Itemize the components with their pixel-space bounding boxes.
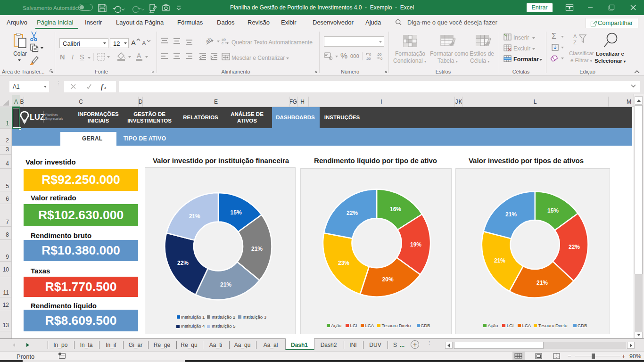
svg-text:21%: 21% — [220, 281, 231, 288]
svg-text:.00: .00 — [377, 52, 381, 57]
svg-text:x: x — [104, 85, 107, 90]
svg-text:21%: 21% — [537, 280, 548, 286]
svg-text:21%: 21% — [189, 213, 200, 220]
svg-text:0: 0 — [369, 52, 371, 57]
svg-text:21%: 21% — [505, 211, 517, 218]
svg-text:22%: 22% — [347, 210, 358, 216]
svg-text:0: 0 — [380, 57, 382, 61]
svg-text:23%: 23% — [338, 260, 349, 266]
svg-text:21%: 21% — [251, 246, 263, 252]
svg-text:15%: 15% — [547, 207, 559, 214]
svg-text:f: f — [101, 83, 104, 90]
svg-text:A: A — [573, 33, 577, 39]
svg-text:21%: 21% — [494, 257, 505, 264]
svg-text:22%: 22% — [569, 244, 580, 250]
svg-text:22%: 22% — [177, 260, 189, 266]
svg-text:16%: 16% — [390, 206, 401, 213]
svg-text:c: c — [222, 41, 223, 45]
svg-text:20%: 20% — [382, 276, 394, 283]
svg-text:Z: Z — [573, 40, 577, 45]
svg-text:.00: .00 — [366, 57, 371, 61]
svg-text:19%: 19% — [410, 241, 421, 248]
svg-text:15%: 15% — [231, 209, 242, 216]
